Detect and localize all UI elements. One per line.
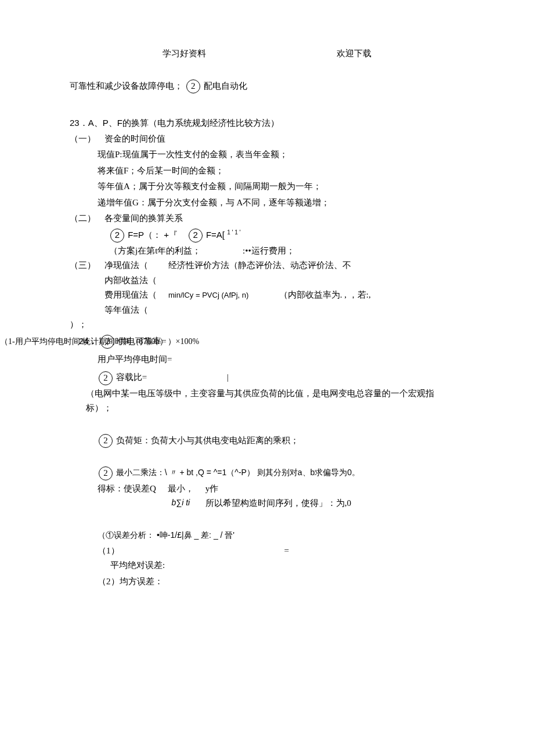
s23-p3-c: 费用现值法（ xyxy=(104,288,168,303)
s24-row2: 用户平均停电时间= xyxy=(98,352,464,367)
s23-p1-c: 等年值A；属于分次等额支付金额，间隔周期一般为一年； xyxy=(98,179,464,194)
s24-row4: 2 负荷矩：负荷大小与其供电变电站距离的乘积； xyxy=(98,433,464,448)
circled-number-icon: 2 xyxy=(99,371,113,385)
s23-p2-sub-a: （方案j在第t年的利益； xyxy=(109,244,225,259)
text: 可靠性和减少设备故障停电； xyxy=(70,81,183,91)
s23-p2-subrow: （方案j在第t年的利益； :••运行费用； xyxy=(109,244,464,259)
circled-number-icon: 2 xyxy=(186,79,200,93)
s23-p2-formula-row: 2 F=P（： +『 2 F=A[ 1 ' 1 ' xyxy=(109,227,464,243)
s24-row5-text: 最小二乘法：\ 〃 + bt ,Q = ^=1（^-P） 则其分别对a、b求偏导… xyxy=(116,468,360,477)
s24-err-2: （2）均方误差： xyxy=(98,574,464,589)
s24-row3-text: 容载比= xyxy=(116,372,147,382)
circled-number-icon: 2 xyxy=(99,434,113,448)
s24-row5b-left: 得标：使误差Q xyxy=(98,482,156,497)
s23-p3-c-right: （内部收益率为. , ，若:, xyxy=(279,290,371,299)
s23-p3-c-mid: min/lCy = PVCj (AfPj, n) xyxy=(168,291,248,299)
s24-err-1: （1） xyxy=(98,544,127,559)
s24-row5b-frac: b∑i ti xyxy=(168,496,194,510)
s23-p1-b: 将来值F；今后某一时间的金额； xyxy=(98,164,464,179)
s24-row3-right: | xyxy=(227,372,229,382)
s24-err-1-label: 平均绝对误差: xyxy=(110,558,464,573)
line-reliability: 可靠性和减少设备故障停电； 2 配电自动化 xyxy=(70,79,464,94)
s24-row3: 2 容载比= | xyxy=(98,370,464,385)
s24-title-pre: 24． xyxy=(79,336,98,346)
s23-p2-sub-b: :••运行费用； xyxy=(243,244,295,259)
s23-p3-close: ）； xyxy=(70,317,464,332)
s24-err-1-eq: = xyxy=(127,544,289,559)
formula-sup: 1 ' 1 ' xyxy=(227,229,240,236)
s23-p1-a: 现值P:现值属于一次性支付的金额，表当年金额； xyxy=(98,147,464,162)
circled-number-icon: 2 xyxy=(189,229,203,243)
s23-part3: （三） 净现值法（ 内部收益法（ 费用现值法（ 等年值法（ 经济性评价方法（静态… xyxy=(70,258,464,317)
s24-row5: 2 最小二乘法：\ 〃 + bt ,Q = ^=1（^-P） 则其分别对a、b求… xyxy=(98,465,464,480)
s23-p1-d: 递增年值G：属于分次支付金额，与 A不同，逐年等额递增； xyxy=(98,196,464,211)
s23-p3-b: 内部收益法（ xyxy=(104,273,168,288)
header-right: 欢迎下载 xyxy=(337,46,371,62)
formula-text: F=A[ xyxy=(206,230,225,240)
s24-title-row: （1-用户平均停电时间/统计期间时间（8760h））×100% 24． 2 供电… xyxy=(70,334,464,349)
s23-p3-a: 净现值法（ xyxy=(104,258,168,273)
s24-title-post: 供电可靠率= xyxy=(118,337,166,346)
s24-row3-note: （电网中某一电压等级中，主变容量与其供应负荷的比值，是电网变电总容量的一个宏观指… xyxy=(86,386,457,416)
s23-p3-a-right: 经济性评价方法（静态评价法、动态评价法、不 xyxy=(168,258,371,273)
s24-err-head: （①误差分析： •呻-1/£|鼻 _ 差: _ / 晉' xyxy=(98,529,464,542)
s23-part1-head: （一） 资金的时间价值 xyxy=(70,132,464,147)
s24-row5b: 得标：使误差Q 最小， b∑i ti y作 所以希望构造时间序列，使得」：为,0 xyxy=(98,482,464,511)
s24-row5b-mid: 最小， xyxy=(168,482,194,497)
s23-p3-c-row: min/lCy = PVCj (AfPj, n) （内部收益率为. , ，若:, xyxy=(168,288,371,303)
s23-part3-head: （三） xyxy=(70,258,104,317)
circled-number-icon: 2 xyxy=(100,335,114,349)
section-23-title: 23．A、P、F的换算（电力系统规划经济性比较方法） xyxy=(70,115,464,131)
s24-row4-text: 负荷矩：负荷大小与其供电变电站距离的乘积； xyxy=(116,436,299,445)
formula-text: F=P（： +『 xyxy=(128,230,178,240)
s23-p3-d: 等年值法（ xyxy=(104,303,168,318)
header-left: 学习好资料 xyxy=(163,46,206,62)
s23-part2-head: （二） 各变量间的换算关系 xyxy=(70,211,464,226)
s24-row5b-y: y作 xyxy=(205,482,351,497)
text: 配电自动化 xyxy=(204,81,247,91)
s24-err-1-row: （1） = xyxy=(98,544,464,559)
circled-number-icon: 2 xyxy=(99,466,113,480)
circled-number-icon: 2 xyxy=(110,229,124,243)
page-header: 学习好资料 欢迎下载 xyxy=(163,46,371,62)
s24-row5b-right: 所以希望构造时间序列，使得」：为,0 xyxy=(205,496,351,511)
